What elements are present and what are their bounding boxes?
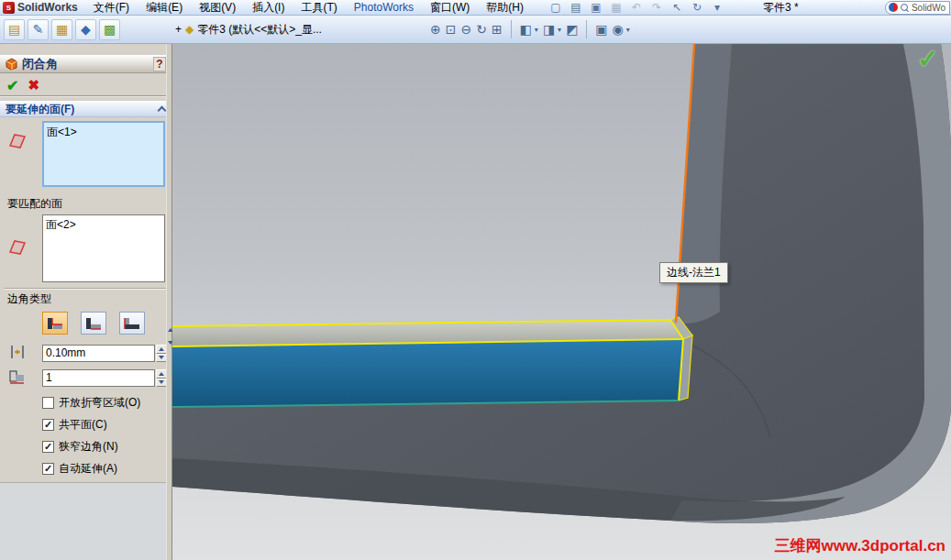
watermark: 三维网www.3dportal.cn bbox=[775, 535, 945, 556]
checkbox-box[interactable]: ✓ bbox=[42, 463, 54, 475]
overlap-ratio-input[interactable]: 1 bbox=[42, 369, 155, 387]
rotate-view-icon[interactable]: ↻ bbox=[476, 22, 487, 37]
menu-tools[interactable]: 工具(T) bbox=[293, 0, 345, 16]
section-divider bbox=[4, 288, 167, 290]
checkbox-narrow-corner[interactable]: ✓ 狭窄边角(N) bbox=[42, 440, 118, 454]
checkbox-box[interactable]: ✓ bbox=[42, 441, 54, 453]
faces-to-extend-header[interactable]: 要延伸的面(F) bbox=[0, 101, 171, 117]
display-style-icon[interactable]: ◨ bbox=[543, 22, 555, 37]
ok-button[interactable]: ✔ bbox=[6, 77, 18, 94]
zoom-area-icon[interactable]: ⊡ bbox=[446, 22, 457, 37]
model-view bbox=[172, 44, 951, 560]
overlap-ratio-icon bbox=[7, 368, 28, 386]
confirm-bar: ✔ ✖ bbox=[0, 75, 171, 97]
panel-title: 闭合角 bbox=[22, 56, 149, 72]
checkbox-coplanar[interactable]: ✓ 共平面(C) bbox=[42, 418, 107, 432]
menu-edit[interactable]: 编辑(E) bbox=[138, 0, 191, 16]
part-icon: ◆ bbox=[185, 23, 194, 36]
search-icon bbox=[901, 4, 909, 12]
feature-tree-breadcrumb[interactable]: + ◆ 零件3 (默认<<默认>_显... bbox=[175, 22, 322, 38]
print-icon[interactable]: ▦ bbox=[609, 1, 624, 14]
move-icon[interactable]: ◆ bbox=[75, 19, 96, 40]
part-body-face[interactable] bbox=[172, 44, 951, 523]
panel-splitter[interactable] bbox=[166, 44, 172, 560]
new-document-icon[interactable]: ▢ bbox=[548, 1, 563, 14]
checkbox-label: 狭窄边角(N) bbox=[59, 439, 118, 455]
feature-toolbar: ▤ ✎ ▦ ◆ ▩ bbox=[0, 19, 120, 40]
corner-type-underlap-button[interactable] bbox=[119, 312, 145, 335]
pattern-icon[interactable]: ▩ bbox=[99, 19, 120, 40]
toolbar-separator bbox=[511, 20, 512, 38]
tree-expand-toggle[interactable]: + bbox=[175, 23, 182, 36]
collapse-chevron-icon[interactable] bbox=[158, 106, 167, 115]
underlap-corner-icon bbox=[123, 316, 141, 331]
help-button[interactable]: ? bbox=[153, 57, 166, 71]
selected-face-blue[interactable] bbox=[172, 339, 683, 407]
overlap-ratio-field: 1 bbox=[42, 369, 167, 387]
face-item[interactable]: 面<1> bbox=[47, 125, 160, 140]
dropdown-caret-icon[interactable]: ▾ bbox=[558, 26, 561, 34]
redo-icon[interactable]: ↷ bbox=[649, 1, 664, 14]
checkbox-box[interactable]: ✓ bbox=[42, 419, 54, 431]
zoom-in-out-icon[interactable]: ⊖ bbox=[460, 22, 471, 37]
pan-icon[interactable]: ⊞ bbox=[492, 22, 503, 37]
sheet-metal-icon[interactable]: ▤ bbox=[4, 19, 25, 40]
search-logo-icon bbox=[889, 3, 898, 12]
sketch-icon[interactable]: ✎ bbox=[28, 19, 49, 40]
features-icon[interactable]: ▦ bbox=[51, 19, 72, 40]
search-input[interactable]: SolidWo bbox=[912, 3, 945, 13]
menu-insert[interactable]: 插入(I) bbox=[244, 0, 293, 16]
render-icon[interactable]: ◉ bbox=[613, 22, 624, 37]
face-item[interactable]: 面<2> bbox=[46, 217, 161, 233]
undo-icon[interactable]: ↶ bbox=[629, 1, 644, 14]
gap-distance-input[interactable]: 0.10mm bbox=[42, 345, 155, 362]
face-select-icon bbox=[7, 132, 28, 148]
secondary-toolbar: ▤ ✎ ▦ ◆ ▩ + ◆ 零件3 (默认<<默认>_显... ⊕ ⊡ ⊖ ↻ … bbox=[0, 16, 951, 44]
dropdown-caret-icon[interactable]: ▾ bbox=[535, 26, 538, 34]
view-orientation-icon[interactable]: ◧ bbox=[520, 22, 532, 37]
camera-icon[interactable]: ▣ bbox=[595, 22, 607, 37]
view-toolbar: ⊕ ⊡ ⊖ ↻ ⊞ ◧ ▾ ◨ ▾ ◩ ▣ ◉ ▾ bbox=[430, 20, 630, 38]
options-icon[interactable]: ▾ bbox=[710, 1, 724, 14]
edge-tooltip: 边线-法兰1 bbox=[659, 262, 728, 283]
checkbox-label: 自动延伸(A) bbox=[59, 461, 117, 477]
gap-distance-field: 0.10mm bbox=[42, 345, 167, 362]
rebuild-icon[interactable]: ↻ bbox=[690, 1, 704, 14]
document-title: 零件3 * bbox=[763, 0, 799, 16]
checkbox-auto-extend[interactable]: ✓ 自动延伸(A) bbox=[42, 462, 117, 476]
checkbox-label: 开放折弯区域(O) bbox=[59, 395, 140, 411]
open-icon[interactable]: ▤ bbox=[569, 1, 583, 14]
select-icon[interactable]: ↖ bbox=[669, 1, 684, 14]
checkbox-box[interactable] bbox=[42, 397, 54, 409]
corner-type-butt-button[interactable] bbox=[42, 312, 68, 335]
app-logo: S SolidWorks bbox=[0, 1, 85, 14]
corner-type-overlap-button[interactable] bbox=[81, 312, 106, 335]
gap-distance-icon bbox=[7, 343, 28, 361]
faces-to-extend-label: 要延伸的面(F) bbox=[6, 102, 74, 117]
closed-corner-icon bbox=[5, 58, 17, 71]
menu-window[interactable]: 窗口(W) bbox=[422, 0, 478, 16]
menu-view[interactable]: 视图(V) bbox=[191, 0, 244, 16]
menu-photoworks[interactable]: PhotoWorks bbox=[346, 1, 422, 14]
menu-bar: S SolidWorks 文件(F) 编辑(E) 视图(V) 插入(I) 工具(… bbox=[0, 0, 951, 16]
graphics-area[interactable]: 边线-法兰1 ✓ 三维网www.3dportal.cn bbox=[172, 44, 951, 560]
section-view-icon[interactable]: ◩ bbox=[566, 22, 578, 37]
cancel-button[interactable]: ✖ bbox=[28, 77, 39, 93]
menu-file[interactable]: 文件(F) bbox=[85, 0, 138, 16]
butt-corner-icon bbox=[46, 316, 64, 331]
standard-toolbar: ▢ ▤ ▣ ▦ ↶ ↷ ↖ ↻ ▾ bbox=[548, 1, 724, 14]
solidworks-window: S SolidWorks 文件(F) 编辑(E) 视图(V) 插入(I) 工具(… bbox=[0, 0, 951, 560]
zoom-fit-icon[interactable]: ⊕ bbox=[430, 22, 441, 37]
menu-help[interactable]: 帮助(H) bbox=[478, 0, 532, 16]
app-name: SolidWorks bbox=[17, 1, 78, 14]
faces-to-match-listbox[interactable]: 面<2> bbox=[42, 214, 165, 282]
panel-empty-area bbox=[0, 482, 171, 560]
dropdown-caret-icon[interactable]: ▾ bbox=[626, 26, 630, 34]
search-box[interactable]: SolidWo bbox=[885, 1, 950, 15]
checkbox-open-bend-region[interactable]: 开放折弯区域(O) bbox=[42, 396, 140, 410]
faces-to-extend-listbox[interactable]: 面<1> bbox=[42, 121, 165, 187]
overlap-corner-icon bbox=[84, 316, 103, 331]
confirm-corner-check-icon[interactable]: ✓ bbox=[917, 44, 938, 74]
save-icon[interactable]: ▣ bbox=[589, 1, 603, 14]
face-select-icon bbox=[7, 238, 28, 255]
